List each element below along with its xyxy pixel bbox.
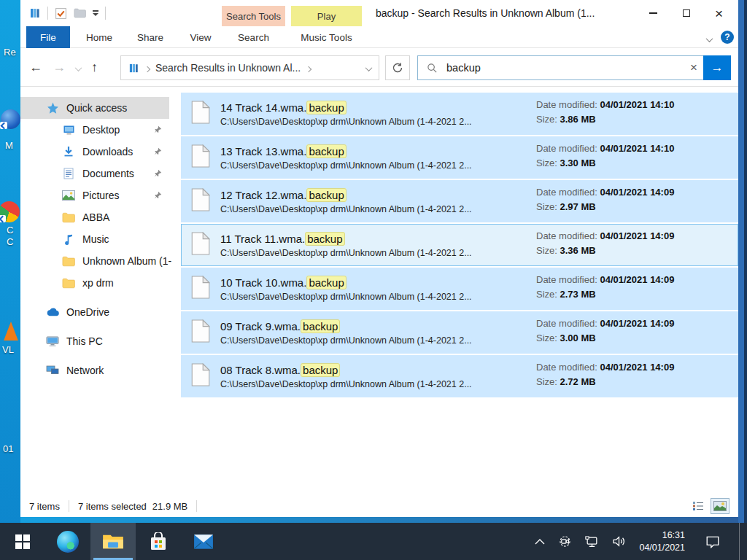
onedrive-icon bbox=[45, 306, 60, 319]
file-icon bbox=[191, 276, 210, 302]
maximize-button[interactable] bbox=[670, 0, 703, 26]
file-row[interactable]: 13 Track 13.wma.backup C:\Users\Dave\Des… bbox=[181, 136, 738, 179]
sidebar-item-this-pc[interactable]: This PC bbox=[20, 330, 169, 352]
tab-share[interactable]: Share bbox=[128, 26, 172, 48]
large-icons-view-button[interactable] bbox=[711, 498, 729, 514]
recent-locations-chevron-icon[interactable] bbox=[76, 60, 81, 75]
refresh-button[interactable] bbox=[385, 55, 410, 80]
pin-icon bbox=[153, 125, 162, 136]
sidebar-item-label: Documents bbox=[82, 168, 134, 179]
details-view-icon bbox=[692, 501, 704, 511]
date-modified: Date modified: 04/01/2021 14:09 bbox=[536, 318, 674, 329]
explorer-window: Search Tools Play backup - Search Result… bbox=[20, 0, 747, 523]
desktop-shortcut-icon[interactable] bbox=[1, 109, 20, 129]
clock-date: 04/01/2021 bbox=[639, 542, 685, 553]
volume-icon[interactable] bbox=[612, 536, 626, 547]
search-match-highlight: backup bbox=[306, 101, 346, 114]
desktop-icon-label[interactable]: VL bbox=[2, 344, 14, 355]
network-status-icon[interactable] bbox=[585, 536, 599, 548]
contextual-tab-search-tools[interactable]: Search Tools bbox=[222, 6, 285, 26]
start-button[interactable] bbox=[0, 523, 45, 560]
sidebar-item-pictures[interactable]: Pictures bbox=[20, 184, 169, 206]
sidebar-item-downloads[interactable]: Downloads bbox=[20, 141, 169, 163]
file-size: Size: 2.72 MB bbox=[536, 376, 674, 387]
desktop-icon-label[interactable]: M bbox=[5, 140, 13, 151]
breadcrumb[interactable]: Search Results in Unknown Al... bbox=[155, 62, 301, 74]
meet-now-icon[interactable] bbox=[558, 536, 572, 547]
shortcut-arrow-icon bbox=[0, 122, 7, 129]
file-row[interactable]: 14 Track 14.wma.backup C:\Users\Dave\Des… bbox=[181, 93, 738, 135]
minimize-button[interactable] bbox=[637, 0, 670, 26]
file-name: 11 Track 11.wma.backup bbox=[220, 233, 527, 245]
contextual-tab-play[interactable]: Play bbox=[291, 6, 362, 26]
qat-customize-caret-icon[interactable] bbox=[93, 10, 98, 16]
properties-check-icon[interactable] bbox=[55, 7, 67, 20]
file-row[interactable]: 10 Track 10.wma.backup C:\Users\Dave\Des… bbox=[181, 268, 738, 310]
new-folder-icon[interactable] bbox=[74, 8, 86, 18]
breadcrumb-chevron-icon[interactable] bbox=[145, 62, 150, 74]
close-icon: × bbox=[715, 7, 723, 20]
sidebar-item-label: Music bbox=[82, 233, 109, 245]
sidebar-item-xp-drm[interactable]: xp drm bbox=[20, 272, 169, 294]
taskbar-mail-button[interactable] bbox=[181, 523, 226, 560]
tab-home[interactable]: Home bbox=[77, 26, 121, 48]
taskbar-edge-button[interactable] bbox=[45, 523, 90, 560]
file-size: Size: 3.30 MB bbox=[536, 158, 674, 168]
action-center-icon[interactable] bbox=[705, 535, 720, 548]
up-button[interactable]: ↑ bbox=[91, 60, 98, 75]
clear-search-icon[interactable]: × bbox=[684, 61, 703, 75]
desktop-shortcut-icon[interactable] bbox=[0, 201, 20, 222]
separator bbox=[196, 500, 197, 512]
tab-search[interactable]: Search bbox=[222, 26, 285, 48]
file-row[interactable]: 12 Track 12.wma.backup C:\Users\Dave\Des… bbox=[181, 180, 738, 222]
search-input[interactable] bbox=[445, 61, 684, 74]
file-path: C:\Users\Dave\Desktop\xp drm\Unknown Alb… bbox=[220, 248, 527, 258]
search-go-button[interactable]: → bbox=[703, 55, 731, 80]
sidebar-item-music[interactable]: Music bbox=[20, 228, 169, 250]
sidebar-item-desktop[interactable]: Desktop bbox=[20, 119, 169, 141]
taskbar-store-button[interactable] bbox=[136, 523, 181, 560]
file-row[interactable]: 08 Track 8.wma.backup C:\Users\Dave\Desk… bbox=[181, 355, 738, 397]
date-modified: Date modified: 04/01/2021 14:09 bbox=[536, 362, 674, 373]
help-button[interactable]: ? bbox=[721, 31, 734, 44]
pictures-icon bbox=[61, 189, 76, 202]
tab-music-tools[interactable]: Music Tools bbox=[291, 26, 362, 48]
sidebar-item-quick-access[interactable]: Quick access bbox=[20, 97, 169, 119]
breadcrumb-chevron-icon[interactable] bbox=[306, 62, 311, 74]
clock-time: 16:31 bbox=[639, 529, 685, 541]
desktop-icon-label[interactable]: 01 bbox=[3, 443, 13, 454]
taskbar-clock[interactable]: 16:31 04/01/2021 bbox=[639, 529, 685, 553]
file-name: 10 Track 10.wma.backup bbox=[220, 276, 527, 289]
address-bar[interactable]: Search Results in Unknown Al... bbox=[120, 55, 379, 80]
show-desktop-button[interactable] bbox=[739, 523, 740, 560]
sidebar-item-onedrive[interactable]: OneDrive bbox=[20, 301, 169, 323]
details-view-button[interactable] bbox=[689, 498, 708, 514]
file-row[interactable]: 11 Track 11.wma.backup C:\Users\Dave\Des… bbox=[181, 224, 738, 266]
desktop-icon bbox=[61, 123, 76, 136]
close-button[interactable]: × bbox=[703, 0, 735, 26]
desktop-icon-label[interactable]: C bbox=[7, 225, 13, 236]
tray-overflow-chevron-icon[interactable] bbox=[535, 539, 545, 545]
tab-view[interactable]: View bbox=[179, 26, 222, 48]
desktop-shortcut-icon[interactable] bbox=[1, 322, 20, 341]
file-size: Size: 2.73 MB bbox=[536, 289, 674, 300]
desktop-icon-label[interactable]: C bbox=[7, 236, 13, 247]
sidebar-item-abba[interactable]: ABBA bbox=[20, 206, 169, 228]
sidebar-item-label: This PC bbox=[66, 335, 103, 347]
search-box[interactable]: × → bbox=[417, 55, 731, 80]
sidebar-item-unknown-album-1[interactable]: Unknown Album (1- bbox=[20, 250, 169, 272]
back-button[interactable]: ← bbox=[29, 60, 42, 75]
tab-file[interactable]: File bbox=[26, 26, 70, 48]
taskbar-file-explorer-button[interactable] bbox=[90, 523, 136, 560]
search-match-highlight: backup bbox=[306, 188, 346, 202]
forward-button[interactable]: → bbox=[53, 60, 66, 75]
file-row[interactable]: 09 Track 9.wma.backup C:\Users\Dave\Desk… bbox=[181, 311, 738, 354]
expand-ribbon-chevron-icon[interactable] bbox=[707, 34, 712, 44]
folder-icon bbox=[61, 276, 76, 289]
sidebar-item-documents[interactable]: Documents bbox=[20, 163, 169, 184]
address-dropdown-chevron-icon[interactable] bbox=[366, 62, 371, 74]
desktop-icon-label[interactable]: Re bbox=[4, 47, 16, 58]
sidebar-item-network[interactable]: Network bbox=[20, 359, 169, 381]
date-modified: Date modified: 04/01/2021 14:09 bbox=[536, 230, 674, 241]
file-size: Size: 3.00 MB bbox=[536, 332, 674, 343]
